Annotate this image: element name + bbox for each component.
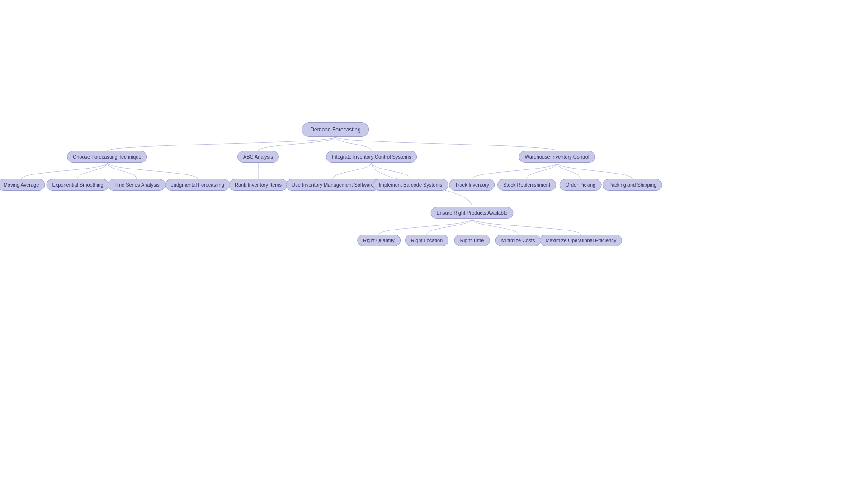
node-n4d[interactable]: Packing and Shipping [603, 179, 662, 191]
node-n1b[interactable]: Exponential Smoothing [46, 179, 109, 191]
node-n3c2[interactable]: Right Location [405, 235, 448, 246]
node-n4c[interactable]: Order Picking [560, 179, 602, 191]
node-n3c[interactable]: Ensure Right Products Available [431, 207, 514, 219]
node-n4a[interactable]: Track Inventory [449, 179, 495, 191]
node-n3c5[interactable]: Maximize Operational Efficiency [540, 235, 622, 246]
node-n4[interactable]: Warehouse Inventory Control [519, 151, 595, 163]
node-n3c3[interactable]: Right Time [454, 235, 490, 246]
node-n1a[interactable]: Moving Average [0, 179, 45, 191]
node-n2a[interactable]: Rank Inventory Items [229, 179, 288, 191]
node-n3c4[interactable]: Minimize Costs [495, 235, 541, 246]
node-n1[interactable]: Choose Forecasting Technique [67, 151, 147, 163]
node-n1c[interactable]: Time Series Analysis [108, 179, 165, 191]
mind-map-container: Demand ForecastingChoose Forecasting Tec… [0, 0, 868, 488]
node-n1d[interactable]: Judgmental Forecasting [165, 179, 230, 191]
node-n3[interactable]: Integrate Inventory Control Systems [326, 151, 417, 163]
node-n2[interactable]: ABC Analysis [237, 151, 279, 163]
node-n3a[interactable]: Use Inventory Management Software [286, 179, 380, 191]
node-n4b[interactable]: Stock Replenishment [497, 179, 556, 191]
node-root[interactable]: Demand Forecasting [302, 122, 369, 137]
node-n3b[interactable]: Implement Barcode Systems [373, 179, 448, 191]
node-n3c1[interactable]: Right Quantity [357, 235, 401, 246]
